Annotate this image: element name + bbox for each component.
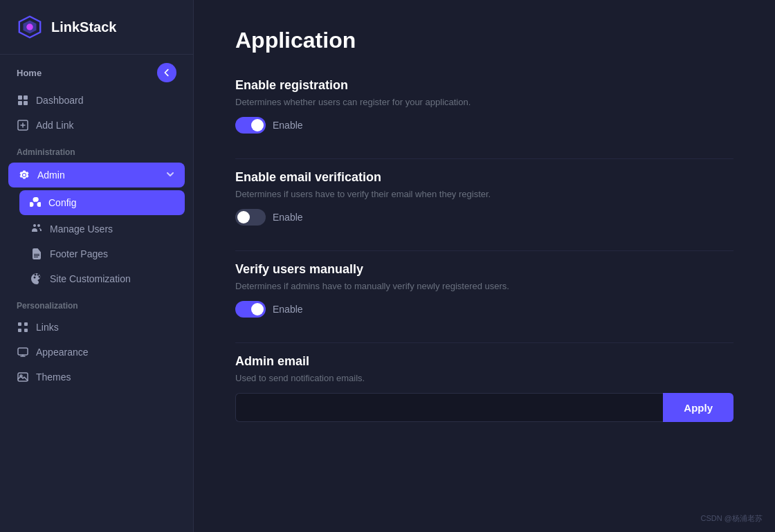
enable-registration-desc: Determines whether users can register fo… bbox=[235, 97, 733, 107]
enable-registration-toggle[interactable] bbox=[235, 117, 266, 134]
config-label: Config bbox=[48, 197, 76, 208]
site-customization-label: Site Customization bbox=[50, 273, 131, 284]
sidebar: LinkStack Home Dashboard bbox=[0, 0, 194, 532]
setting-email-verification: Enable email verification Determines if … bbox=[235, 170, 733, 226]
links-icon bbox=[17, 321, 29, 333]
sidebar-item-dashboard[interactable]: Dashboard bbox=[0, 88, 193, 113]
sidebar-item-add-link[interactable]: Add Link bbox=[0, 113, 193, 138]
enable-registration-toggle-label: Enable bbox=[273, 120, 303, 131]
verify-manually-toggle-row: Enable bbox=[235, 301, 733, 318]
sidebar-logo: LinkStack bbox=[0, 0, 193, 55]
plus-square-icon bbox=[17, 119, 29, 131]
home-section-header: Home bbox=[0, 55, 193, 88]
sidebar-item-admin[interactable]: Admin bbox=[8, 163, 185, 187]
watermark: CSDN @杨浦老苏 bbox=[701, 513, 763, 524]
main-content: Application Enable registration Determin… bbox=[194, 0, 775, 532]
admin-label: Admin bbox=[37, 169, 65, 181]
palette-icon bbox=[30, 273, 43, 285]
sidebar-item-appearance[interactable]: Appearance bbox=[0, 340, 193, 365]
admin-email-desc: Used to send notification emails. bbox=[235, 373, 733, 383]
apply-button[interactable]: Apply bbox=[663, 393, 733, 422]
config-icon bbox=[29, 196, 42, 209]
sidebar-item-site-customization[interactable]: Site Customization bbox=[0, 266, 193, 291]
admin-email-title: Admin email bbox=[235, 354, 733, 369]
svg-rect-3 bbox=[18, 95, 22, 100]
email-verification-toggle-row: Enable bbox=[235, 209, 733, 226]
admin-email-input-row: Apply bbox=[235, 393, 733, 422]
gear-icon bbox=[18, 169, 30, 181]
sidebar-item-footer-pages[interactable]: Footer Pages bbox=[0, 241, 193, 266]
app-name: LinkStack bbox=[51, 19, 116, 35]
manage-users-label: Manage Users bbox=[50, 223, 113, 235]
svg-rect-8 bbox=[18, 322, 21, 326]
sidebar-item-links[interactable]: Links bbox=[0, 315, 193, 340]
email-verification-toggle[interactable] bbox=[235, 209, 266, 226]
setting-admin-email: Admin email Used to send notification em… bbox=[235, 354, 733, 422]
svg-rect-9 bbox=[24, 322, 28, 326]
administration-label: Administration bbox=[0, 138, 193, 161]
setting-enable-registration: Enable registration Determines whether u… bbox=[235, 78, 733, 134]
svg-rect-6 bbox=[24, 101, 28, 105]
chevron-down-icon bbox=[165, 169, 175, 181]
enable-registration-toggle-row: Enable bbox=[235, 117, 733, 134]
appearance-label: Appearance bbox=[36, 347, 89, 358]
home-label: Home bbox=[17, 68, 42, 78]
users-icon bbox=[30, 223, 43, 235]
verify-manually-desc: Determines if admins have to manually ve… bbox=[235, 281, 733, 291]
verify-manually-toggle-label: Enable bbox=[273, 304, 303, 315]
divider-2 bbox=[235, 250, 733, 251]
email-verification-desc: Determines if users have to verify their… bbox=[235, 189, 733, 199]
footer-pages-label: Footer Pages bbox=[50, 248, 108, 259]
admin-email-input[interactable] bbox=[235, 393, 663, 422]
svg-rect-4 bbox=[24, 95, 28, 100]
divider-3 bbox=[235, 342, 733, 343]
page-title: Application bbox=[235, 28, 733, 53]
image-icon bbox=[17, 371, 29, 383]
svg-rect-10 bbox=[18, 329, 21, 332]
svg-rect-5 bbox=[18, 101, 22, 105]
personalization-label: Personalization bbox=[0, 291, 193, 315]
svg-rect-11 bbox=[24, 329, 28, 332]
links-label: Links bbox=[36, 322, 59, 333]
divider-1 bbox=[235, 158, 733, 159]
sidebar-item-manage-users[interactable]: Manage Users bbox=[0, 217, 193, 241]
setting-verify-manually: Verify users manually Determines if admi… bbox=[235, 262, 733, 318]
email-verification-toggle-label: Enable bbox=[273, 212, 303, 223]
file-icon bbox=[30, 248, 43, 260]
enable-registration-title: Enable registration bbox=[235, 78, 733, 93]
dashboard-label: Dashboard bbox=[36, 95, 84, 106]
sidebar-item-themes[interactable]: Themes bbox=[0, 365, 193, 389]
themes-label: Themes bbox=[36, 372, 71, 383]
verify-manually-title: Verify users manually bbox=[235, 262, 733, 277]
email-verification-title: Enable email verification bbox=[235, 170, 733, 185]
add-link-label: Add Link bbox=[36, 120, 73, 131]
verify-manually-toggle[interactable] bbox=[235, 301, 266, 318]
sidebar-item-config[interactable]: Config bbox=[19, 190, 185, 215]
svg-point-2 bbox=[26, 24, 33, 30]
linkstack-logo-icon bbox=[17, 14, 43, 40]
grid-icon bbox=[17, 94, 29, 107]
svg-rect-12 bbox=[18, 348, 28, 355]
monitor-icon bbox=[17, 346, 29, 358]
back-button[interactable] bbox=[157, 63, 176, 82]
